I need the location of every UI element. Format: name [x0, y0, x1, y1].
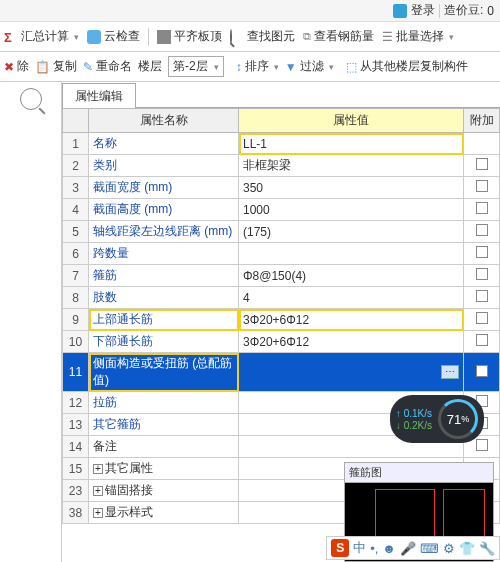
- rownum: 12: [63, 392, 89, 414]
- ime-mic[interactable]: 🎤: [400, 541, 416, 556]
- rename-button[interactable]: ✎重命名: [83, 58, 132, 75]
- rownum: 9: [63, 309, 89, 331]
- table-row[interactable]: 2类别非框架梁: [63, 155, 500, 177]
- table-row[interactable]: 11侧面构造或受扭筋 (总配筋值)⋯: [63, 353, 500, 392]
- prop-value[interactable]: 4: [239, 287, 464, 309]
- extra-cell: [464, 287, 500, 309]
- left-pane: [0, 82, 62, 562]
- checkbox[interactable]: [476, 334, 488, 346]
- prop-value[interactable]: 3Φ20+6Φ12: [239, 331, 464, 353]
- checkbox[interactable]: [476, 365, 488, 377]
- table-row[interactable]: 7箍筋Φ8@150(4): [63, 265, 500, 287]
- ime-gear[interactable]: ⚙: [443, 541, 455, 556]
- table-row[interactable]: 6跨数量: [63, 243, 500, 265]
- login-link[interactable]: 登录: [411, 2, 435, 19]
- network-widget[interactable]: ↑ 0.1K/s ↓ 0.2K/s 71%: [390, 395, 484, 443]
- expand-icon[interactable]: +: [93, 508, 103, 518]
- col-name: 属性名称: [89, 109, 239, 133]
- checkbox[interactable]: [476, 246, 488, 258]
- prop-value[interactable]: 1000: [239, 199, 464, 221]
- find-button[interactable]: 查找图元: [230, 28, 295, 45]
- prop-name: 名称: [89, 133, 239, 155]
- checkbox[interactable]: [476, 180, 488, 192]
- ime-bar: S 中 •, ☻ 🎤 ⌨ ⚙ 👕 🔧: [326, 536, 500, 560]
- flat-button[interactable]: 平齐板顶: [157, 28, 222, 45]
- table-row[interactable]: 3截面宽度 (mm)350: [63, 177, 500, 199]
- checkbox[interactable]: [476, 202, 488, 214]
- rownum: 7: [63, 265, 89, 287]
- checkbox[interactable]: [476, 290, 488, 302]
- extra-cell: [464, 331, 500, 353]
- prop-value[interactable]: ⋯: [239, 353, 464, 392]
- extra-cell: [464, 199, 500, 221]
- prop-name: +其它属性: [89, 458, 239, 480]
- main: 属性编辑 属性名称 属性值 附加 1名称LL-12类别非框架梁3截面宽度 (mm…: [0, 82, 500, 562]
- table-row[interactable]: 4截面高度 (mm)1000: [63, 199, 500, 221]
- prop-value[interactable]: [239, 243, 464, 265]
- cloud-icon: [87, 30, 101, 44]
- prop-value[interactable]: (175): [239, 221, 464, 243]
- ime-skin[interactable]: 👕: [459, 541, 475, 556]
- checkbox[interactable]: [476, 224, 488, 236]
- ellipsis-button[interactable]: ⋯: [441, 365, 459, 379]
- table-row[interactable]: 1名称LL-1: [63, 133, 500, 155]
- table-row[interactable]: 9上部通长筋3Φ20+6Φ12: [63, 309, 500, 331]
- prop-name: 箍筋: [89, 265, 239, 287]
- cloud-button[interactable]: 云检查: [87, 28, 140, 45]
- rownum: 15: [63, 458, 89, 480]
- table-row[interactable]: 10下部通长筋3Φ20+6Φ12: [63, 331, 500, 353]
- prop-name: +显示样式: [89, 502, 239, 524]
- toolbar-1: Σ汇总计算▾ 云检查 平齐板顶 查找图元 ⧉查看钢筋量 ☰批量选择▾: [0, 22, 500, 52]
- ime-tool[interactable]: 🔧: [479, 541, 495, 556]
- rownum: 14: [63, 436, 89, 458]
- search-button[interactable]: [20, 88, 42, 110]
- expand-icon[interactable]: +: [93, 464, 103, 474]
- rownum: 23: [63, 480, 89, 502]
- rownum: 13: [63, 414, 89, 436]
- sort-icon: ↕: [236, 60, 242, 74]
- prop-value[interactable]: 350: [239, 177, 464, 199]
- delete-button[interactable]: ✖除: [4, 58, 29, 75]
- coins-label: 造价豆:: [444, 2, 483, 19]
- expand-icon[interactable]: +: [93, 486, 103, 496]
- col-extra: 附加: [464, 109, 500, 133]
- checkbox[interactable]: [476, 268, 488, 280]
- checkbox[interactable]: [476, 312, 488, 324]
- net-stats: ↑ 0.1K/s ↓ 0.2K/s: [396, 408, 432, 431]
- sum-button[interactable]: Σ汇总计算▾: [4, 28, 79, 45]
- extra-cell: [464, 353, 500, 392]
- table-row[interactable]: 8肢数4: [63, 287, 500, 309]
- search-icon: [230, 30, 244, 44]
- steel-button[interactable]: ⧉查看钢筋量: [303, 28, 374, 45]
- filter-icon: ▼: [285, 60, 297, 74]
- filter-button[interactable]: ▼过滤▾: [285, 58, 334, 75]
- floor-select[interactable]: 第-2层▾: [168, 56, 224, 77]
- tab-property-edit[interactable]: 属性编辑: [62, 83, 136, 108]
- prop-value[interactable]: Φ8@150(4): [239, 265, 464, 287]
- ime-punct[interactable]: •,: [370, 541, 378, 556]
- prop-value[interactable]: LL-1: [239, 133, 464, 155]
- prop-value[interactable]: 非框架梁: [239, 155, 464, 177]
- ime-emoji[interactable]: ☻: [382, 541, 396, 556]
- table-row[interactable]: 5轴线距梁左边线距离 (mm)(175): [63, 221, 500, 243]
- prop-value[interactable]: 3Φ20+6Φ12: [239, 309, 464, 331]
- checkbox[interactable]: [476, 439, 488, 451]
- batch-button[interactable]: ☰批量选择▾: [382, 28, 454, 45]
- copy-icon: 📋: [35, 60, 50, 74]
- ime-kbd[interactable]: ⌨: [420, 541, 439, 556]
- rownum: 5: [63, 221, 89, 243]
- checkbox[interactable]: [476, 158, 488, 170]
- copy-button[interactable]: 📋复制: [35, 58, 77, 75]
- copyfloor-button[interactable]: ⬚从其他楼层复制构件: [346, 58, 468, 75]
- col-rownum: [63, 109, 89, 133]
- delete-icon: ✖: [4, 60, 14, 74]
- rename-icon: ✎: [83, 60, 93, 74]
- ime-zhong[interactable]: 中: [353, 539, 366, 557]
- sogou-icon[interactable]: S: [331, 539, 349, 557]
- rownum: 4: [63, 199, 89, 221]
- flat-icon: [157, 30, 171, 44]
- sort-button[interactable]: ↕排序▾: [236, 58, 279, 75]
- extra-cell: [464, 133, 500, 155]
- coins-value: 0: [487, 4, 494, 18]
- prop-name: 拉筋: [89, 392, 239, 414]
